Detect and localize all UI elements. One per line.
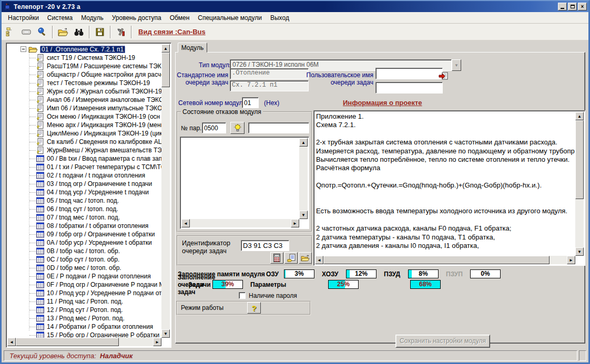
tree-item-label[interactable]: РасшТ19М / Расширение системы ТЭКОН-1 xyxy=(47,63,161,70)
minimize-button[interactable] xyxy=(558,3,567,11)
terminal-button[interactable] xyxy=(18,25,34,39)
tree-item[interactable]: Осн меню / Индикация ТЭКОН-19 (осн мен xyxy=(8,112,161,121)
tree-item[interactable]: 0E / Р подачи / Р подачи отопления xyxy=(8,272,161,280)
tree-item-label[interactable]: Св калиб / Сведения по калибровке АЦП xyxy=(47,138,161,145)
tree-item[interactable]: 15 / Робр огр / Ограничение Р обратки от… xyxy=(8,331,161,338)
search-button[interactable] xyxy=(34,25,50,39)
tree-item[interactable]: общнастр / Общие настройки для расчетов xyxy=(8,70,161,79)
tab-module[interactable]: Модуль xyxy=(178,43,207,53)
scroll-down-icon[interactable]: ▼ xyxy=(299,211,308,219)
tree-item-label[interactable]: сист Т19 / Система ТЭКОН-19 xyxy=(47,54,135,61)
tree-item-label[interactable]: Осн меню / Индикация ТЭКОН-19 (осн мен xyxy=(47,113,161,120)
tree-item-label[interactable]: общнастр / Общие настройки для расчетов xyxy=(47,71,161,78)
tree-item-label[interactable]: 10 / Рпод уср / Усреднение Р подачи отоп… xyxy=(47,289,161,297)
menu-access-level[interactable]: Уровень доступа xyxy=(108,13,166,23)
tree-vscroll-thumb[interactable] xyxy=(161,53,170,87)
tree-item-label[interactable]: 0B / tобр час / tотоп. обр. xyxy=(47,247,120,255)
tree-item-label[interactable]: 03 / tпод огр / Ограничение t подачи xyxy=(47,180,152,188)
tree-root-item[interactable]: 01 / .Отопление Сх. 7.2.1 п1 xyxy=(8,45,161,54)
scroll-down-icon[interactable]: ▼ xyxy=(575,247,584,256)
tree-item-label[interactable]: 00 / Вв txи / Ввод параметра с плав запя… xyxy=(47,155,161,162)
tree-item[interactable]: тест / Тестовые режимы ТЭКОН-19 xyxy=(8,79,161,87)
tree-item[interactable]: 0F / Рпод огр / Ограничение Р подачи МПа xyxy=(8,280,161,289)
tree-item[interactable]: сист Т19 / Система ТЭКОН-19 xyxy=(8,54,161,62)
tree-item-label[interactable]: 0A / tобр уср / Усреднение t обратки xyxy=(47,239,152,246)
scroll-up-icon[interactable]: ▲ xyxy=(299,138,308,147)
tree-item-label[interactable]: Меню арх / Индикация ТЭКОН-19 (меню ар xyxy=(47,121,161,129)
net-number-input[interactable] xyxy=(242,97,259,108)
tree-horizontal-scrollbar[interactable]: ◄ ► xyxy=(7,338,161,346)
menu-module[interactable]: Модуль xyxy=(77,13,108,23)
tree-item-label[interactable]: 05 / tпод час / tотоп. под. xyxy=(47,197,119,204)
tree-item[interactable]: Св калиб / Сведения по калибровке АЦП xyxy=(8,138,161,146)
work-mode-help-button[interactable]: ? xyxy=(247,302,261,314)
menu-system[interactable]: Система xyxy=(43,13,77,23)
tree-item-label[interactable]: 08 / tобратки / t обратки отопления xyxy=(47,222,148,230)
tree-vertical-scrollbar[interactable]: ▲ ▼ xyxy=(161,44,170,338)
tree-item[interactable]: РасшТ19М / Расширение системы ТЭКОН-1 xyxy=(8,62,161,70)
scheme-description-area[interactable]: Приложение 1. Схема 7.2.1. 2-х трубная з… xyxy=(313,110,585,266)
tree-item-label[interactable]: 07 / tпод мес / tотоп. под. xyxy=(47,214,120,221)
scroll-left-icon[interactable]: ◄ xyxy=(7,338,16,346)
tree-item[interactable]: 0A / tобр уср / Усреднение t обратки xyxy=(8,238,161,247)
tree-item-label[interactable]: Журн соб / Журнал событий ТЭКОН-19 xyxy=(47,88,161,95)
tree-item[interactable]: 0D / tобр мес / tотоп. обр. xyxy=(8,264,161,272)
tree-item-label[interactable]: 13 / Рпод мес / Ротоп. под. xyxy=(47,315,125,322)
tree-item[interactable]: Анал 06 / Измерения аналоговые ТЭКОН-1 xyxy=(8,96,161,104)
calc-button[interactable] xyxy=(270,252,283,264)
tree-item-label[interactable]: 12 / Рпод сут / Ротоп. под. xyxy=(47,306,123,314)
user-queue-name-line1[interactable] xyxy=(375,68,443,79)
close-button[interactable]: × xyxy=(578,3,587,11)
password-checkbox[interactable] xyxy=(239,292,246,299)
failures-vscroll[interactable]: ▲ ▼ xyxy=(299,138,308,219)
tree-item-label[interactable]: 15 / Робр огр / Ограничение Р обратки от… xyxy=(47,331,161,338)
scroll-right-icon[interactable]: ► xyxy=(153,338,161,346)
tree-item[interactable]: 05 / tпод час / tотоп. под. xyxy=(8,196,161,205)
failures-listbox[interactable]: ▲ ▼ ◄ ► xyxy=(180,137,309,229)
project-info-link[interactable]: Информация о проекте xyxy=(343,99,422,107)
tree-root-label[interactable]: 01 / .Отопление Сх. 7.2.1 п1 xyxy=(40,46,125,53)
tree-item-label[interactable]: ЦиклМеню / Индикация ТЭКОН-19 (цикличе xyxy=(47,130,161,137)
tree-item-label[interactable]: 11 / Рпод час / Ротоп. под. xyxy=(47,298,123,305)
param-info-field[interactable] xyxy=(248,122,309,133)
tree-item[interactable]: 04 / tпод уср / Усреднение t подачи xyxy=(8,188,161,196)
tree-item[interactable]: 0B / tобр час / tотоп. обр. xyxy=(8,247,161,255)
tree-item[interactable]: ЦиклМеню / Индикация ТЭКОН-19 (цикличе xyxy=(8,129,161,138)
tree-item[interactable]: 12 / Рпод сут / Ротоп. под. xyxy=(8,306,161,314)
param-number-input[interactable] xyxy=(202,122,226,133)
tree-item-label[interactable]: 0D / tобр мес / tотоп. обр. xyxy=(47,264,121,272)
menu-settings[interactable]: Настройки xyxy=(4,13,43,23)
tree-item-label[interactable]: тест / Тестовые режимы ТЭКОН-19 xyxy=(47,79,150,87)
scroll-up-icon[interactable]: ▲ xyxy=(161,44,170,53)
chevron-down-icon[interactable]: ▼ xyxy=(452,59,461,71)
tree-item[interactable]: 07 / tпод мес / tотоп. под. xyxy=(8,213,161,222)
tree-item[interactable]: 13 / Рпод мес / Ротоп. под. xyxy=(8,314,161,323)
settings-button[interactable] xyxy=(113,25,129,39)
description-vscroll[interactable]: ▲ ▼ xyxy=(575,112,584,256)
send-doc-button[interactable] xyxy=(284,252,298,264)
menu-exit[interactable]: Выход xyxy=(266,13,293,23)
tree-item[interactable]: Журн соб / Журнал событий ТЭКОН-19 xyxy=(8,87,161,96)
tree-item-label[interactable]: 01 / t хи / Расчет температуры с ТСМ\ТСП xyxy=(47,163,161,171)
param-hint-button[interactable] xyxy=(230,122,245,134)
scroll-left-icon[interactable]: ◄ xyxy=(181,219,190,227)
find-button[interactable] xyxy=(71,25,87,39)
tree-hscroll-thumb[interactable] xyxy=(16,338,119,346)
open-folder-button[interactable] xyxy=(55,25,71,39)
connection-type-link[interactable]: Вид связи :Can-Bus xyxy=(138,28,206,36)
tree-item-label[interactable]: 0F / Рпод огр / Ограничение Р подачи МПа xyxy=(47,281,161,288)
tree-item-label[interactable]: ЖурнВмеш / Журнал вмешательств ТЭК( xyxy=(47,147,161,154)
scroll-left-icon[interactable]: ◄ xyxy=(315,256,323,264)
tree-item[interactable]: 06 / tпод сут / tотоп. под. xyxy=(8,205,161,213)
tree-item-label[interactable]: 02 / t подачи / t подачи отопления xyxy=(47,172,145,179)
tree-item[interactable]: 00 / Вв txи / Ввод параметра с плав запя… xyxy=(8,154,161,163)
tree-item[interactable]: 02 / t подачи / t подачи отопления xyxy=(8,171,161,180)
failures-hscroll[interactable]: ◄ ► xyxy=(181,219,299,227)
tree-item[interactable]: 09 / tобр огр / Ограничение t обратки xyxy=(8,230,161,238)
tree-item-label[interactable]: Анал 06 / Измерения аналоговые ТЭКОН-1 xyxy=(47,96,161,103)
tree-item[interactable]: 11 / Рпод час / Ротоп. под. xyxy=(8,297,161,306)
scroll-up-icon[interactable]: ▲ xyxy=(575,112,584,120)
identifier-value[interactable] xyxy=(241,240,289,251)
project-tree-button[interactable] xyxy=(3,25,18,39)
tree-item[interactable]: 03 / tпод огр / Ограничение t подачи xyxy=(8,180,161,188)
